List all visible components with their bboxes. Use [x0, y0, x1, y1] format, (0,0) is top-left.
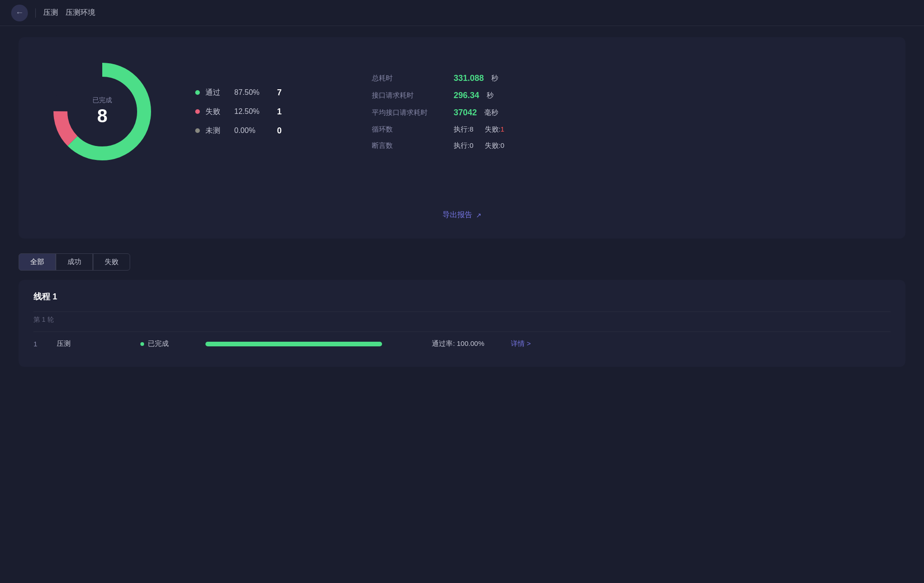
status-text: 已完成 — [148, 339, 169, 348]
header-subtitle: 压测环境 — [66, 8, 95, 18]
legend: 通过 87.50% 7 失败 12.50% 1 未测 0.00% 0 — [195, 88, 297, 136]
export-label: 导出报告 — [442, 210, 472, 220]
fail-dot — [195, 109, 200, 114]
metric-api-time: 接口请求耗时 296.34 秒 — [372, 91, 504, 100]
pass-label: 通过 — [205, 88, 229, 98]
loops-label: 循环数 — [372, 125, 446, 134]
assertions-label: 断言数 — [372, 141, 446, 150]
stats-card: 已完成 8 通过 87.50% 7 失败 12.50% 1 — [19, 37, 905, 238]
untested-label: 未测 — [205, 126, 229, 136]
tab-fail[interactable]: 失败 — [93, 253, 130, 271]
untested-pct: 0.00% — [234, 126, 271, 135]
test-num: 1 — [33, 340, 47, 348]
api-time-value: 296.34 — [454, 91, 479, 100]
untested-dot — [195, 128, 200, 133]
pass-pct: 87.50% — [234, 88, 271, 97]
round-label: 第 1 轮 — [33, 311, 891, 324]
metric-loops: 循环数 执行:8 失败:1 — [372, 125, 504, 134]
tab-success[interactable]: 成功 — [56, 253, 93, 271]
donut-center-label: 已完成 — [92, 96, 112, 105]
thread-title: 线程 1 — [33, 291, 891, 302]
donut-center: 已完成 8 — [92, 96, 112, 127]
main-content: 已完成 8 通过 87.50% 7 失败 12.50% 1 — [0, 26, 924, 378]
test-name: 压测 — [57, 339, 131, 348]
filter-tabs: 全部 成功 失败 — [19, 253, 905, 271]
pass-rate: 通过率: 100.00% — [391, 339, 484, 348]
avg-time-value: 37042 — [454, 108, 477, 118]
table-row: 1 压测 已完成 通过率: 100.00% 详情 > — [33, 331, 891, 356]
export-row: 导出报告 ↗ — [46, 210, 878, 220]
export-button[interactable]: 导出报告 ↗ — [442, 210, 482, 220]
donut-center-value: 8 — [92, 105, 112, 127]
metrics-block: 总耗时 331.088 秒 接口请求耗时 296.34 秒 平均接口请求耗时 3… — [372, 73, 504, 150]
back-button[interactable]: ← — [11, 5, 28, 21]
tab-all[interactable]: 全部 — [19, 253, 56, 271]
loops-fail: 失败:1 — [485, 125, 505, 134]
metric-avg-time: 平均接口请求耗时 37042 毫秒 — [372, 108, 504, 118]
metric-assertions: 断言数 执行:0 失败:0 — [372, 141, 504, 150]
header: ← 压测 压测环境 — [0, 0, 924, 26]
total-time-unit: 秒 — [491, 74, 498, 83]
export-icon: ↗ — [476, 212, 482, 219]
fail-count: 1 — [277, 107, 282, 117]
header-title: 压测 — [43, 8, 58, 18]
legend-item-pass: 通过 87.50% 7 — [195, 88, 297, 98]
api-time-unit: 秒 — [487, 91, 494, 100]
loops-fail-val: 1 — [501, 125, 504, 133]
metric-total-time: 总耗时 331.088 秒 — [372, 73, 504, 83]
total-time-value: 331.088 — [454, 73, 484, 83]
status-dot — [140, 342, 144, 346]
api-time-label: 接口请求耗时 — [372, 91, 446, 100]
loops-sub: 执行:8 失败:1 — [454, 125, 504, 134]
assertions-fail: 失败:0 — [485, 141, 505, 150]
fail-pct: 12.50% — [234, 107, 271, 116]
legend-item-untested: 未测 0.00% 0 — [195, 126, 297, 136]
pass-count: 7 — [277, 88, 282, 98]
progress-bar-container — [205, 342, 382, 346]
avg-time-unit: 毫秒 — [484, 108, 498, 117]
stats-top: 已完成 8 通过 87.50% 7 失败 12.50% 1 — [46, 56, 878, 167]
assertions-exec: 执行:0 — [454, 141, 474, 150]
pass-dot — [195, 90, 200, 95]
donut-chart: 已完成 8 — [46, 56, 158, 167]
detail-link[interactable]: 详情 > — [494, 339, 531, 348]
status-badge: 已完成 — [140, 339, 196, 348]
avg-time-label: 平均接口请求耗时 — [372, 108, 446, 117]
legend-item-fail: 失败 12.50% 1 — [195, 107, 297, 117]
thread-card: 线程 1 第 1 轮 1 压测 已完成 通过率: 100.00% 详情 > — [19, 280, 905, 367]
untested-count: 0 — [277, 126, 282, 136]
total-time-label: 总耗时 — [372, 74, 446, 83]
header-divider — [35, 8, 36, 18]
loops-exec: 执行:8 — [454, 125, 474, 134]
progress-bar — [205, 342, 382, 346]
fail-label: 失败 — [205, 107, 229, 117]
assertions-sub: 执行:0 失败:0 — [454, 141, 504, 150]
